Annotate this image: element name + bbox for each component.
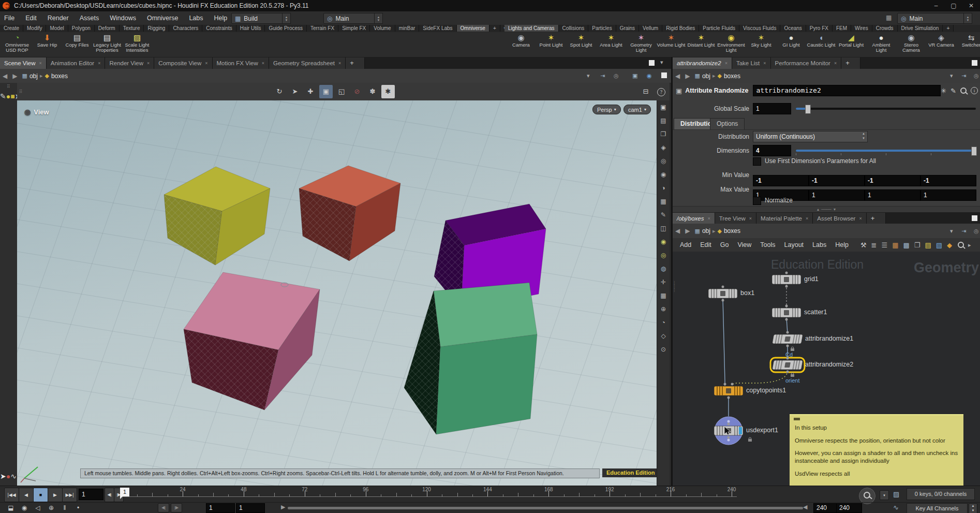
global-scale-slider[interactable] (796, 108, 976, 110)
cursor-tool-icon[interactable]: ➤ (0, 472, 6, 480)
distribution-dropdown[interactable]: Uniform (Continuous) ▲▼ (753, 131, 868, 142)
max-value-field-1[interactable]: 1 (809, 189, 865, 201)
radial-spinner[interactable]: ▲▼ (374, 13, 383, 24)
path-child-chip[interactable]: ◆ boxes (44, 72, 68, 80)
param-path-root-chip[interactable]: ▦ obj (694, 72, 710, 80)
range-step-forward-icon[interactable]: |▶ (171, 503, 182, 512)
brush-icon[interactable]: ✎ (951, 87, 956, 95)
bulb-dark-icon[interactable]: ◎ (657, 154, 670, 168)
tab-add-button[interactable]: + (346, 57, 365, 69)
path-radar-icon[interactable]: ◎ (614, 72, 619, 79)
curve-tool-icon[interactable]: ∿ (10, 472, 17, 480)
shelf-tab-modify[interactable]: Modify (23, 25, 46, 32)
menu-assets[interactable]: Assets (80, 14, 99, 22)
tab-close-icon[interactable]: × (763, 61, 766, 66)
menu-file[interactable]: File (4, 14, 14, 22)
tab-options[interactable]: Options (710, 118, 745, 130)
page-icon[interactable]: ❐ (657, 127, 670, 141)
shelf-tool-portal-light[interactable]: ◢Portal Light (836, 32, 866, 53)
realtime-clock-icon[interactable]: ⊕ (44, 504, 58, 511)
headlight-icon[interactable]: ◍ (657, 262, 670, 275)
dimensions-field[interactable]: 4 (753, 145, 791, 156)
shelf-tab-pyro-fx[interactable]: Pyro FX (806, 25, 833, 32)
tab-close-icon[interactable]: × (806, 216, 808, 221)
shelf-tab-add-button[interactable]: + (489, 25, 500, 32)
desktop-selector-build[interactable]: ▦ Build (231, 13, 286, 24)
menu-edit[interactable]: Edit (25, 14, 37, 22)
pink-cube[interactable] (184, 272, 320, 410)
ref-plane-icon[interactable]: ◇ (657, 329, 670, 343)
shelf-tab-drive-simulation[interactable]: Drive Simulation (898, 25, 943, 32)
subnet-view-icon[interactable]: ❐ (914, 241, 920, 249)
tab-asset-browser[interactable]: Asset Browser× (813, 213, 866, 224)
network-editor[interactable]: Education Edition Geometry ⁞⁞⁞ grid1box1… (673, 252, 980, 486)
wrench-icon[interactable]: ⚒ (860, 241, 867, 249)
node-name-field[interactable]: attribrandomize2 (753, 85, 941, 96)
node-copytopoints1[interactable] (714, 383, 743, 399)
wire-icon[interactable]: ▦ (657, 195, 670, 208)
forward-icon[interactable]: ▶ (12, 72, 17, 80)
toolbar-drag-handle[interactable]: ⠿ (0, 83, 17, 89)
range-left-cap-icon[interactable]: ▶ (281, 504, 285, 510)
global-scale-slider-handle[interactable] (805, 105, 811, 114)
param-path-child-chip[interactable]: ◆ boxes (717, 72, 740, 80)
net-menu-add[interactable]: Add (680, 241, 691, 248)
tab-close-icon[interactable]: × (338, 61, 341, 66)
net-menu-labs[interactable]: Labs (812, 241, 826, 248)
channel-editor-icon[interactable]: ∿ (893, 504, 899, 511)
bulb-cam-icon[interactable]: ◎ (657, 248, 670, 262)
network-layout-icon[interactable] (972, 215, 977, 222)
shelf-tab-vellum[interactable]: Vellum (639, 25, 662, 32)
tree-layout-icon[interactable]: ≣ (871, 241, 877, 249)
scene-viewport[interactable]: ◉ View Persp ▾ cam1 ▾ Left mouse tumbles… (17, 100, 670, 486)
shade-icon[interactable]: ◑ (657, 181, 670, 195)
shelf-tab-rigid-bodies[interactable]: Rigid Bodies (662, 25, 699, 32)
shelf-tab-sidefx-labs[interactable]: SideFX Labs (419, 25, 456, 32)
net-back-icon[interactable]: ◀ (675, 227, 680, 234)
tab-close-icon[interactable]: × (749, 216, 752, 221)
menu-labs[interactable]: Labs (189, 14, 203, 22)
menu-render[interactable]: Render (48, 14, 69, 22)
build-spinner[interactable]: ▲▼ (282, 13, 291, 24)
tab-tree-view[interactable]: Tree View× (715, 213, 756, 224)
shelf-tab-volume[interactable]: Volume (370, 25, 395, 32)
shelf-tool-ambient-light[interactable]: ●Ambient Light (866, 32, 896, 53)
gear-menu-icon[interactable]: ✳ (941, 87, 946, 95)
tab-obj-boxes[interactable]: /obj/boxes× (673, 213, 715, 224)
shelf-tab-polygon[interactable]: Polygon (68, 25, 95, 32)
crosshair-icon[interactable]: ✛ (657, 275, 670, 289)
shelf-tab-particle-fluids[interactable]: Particle Fluids (699, 25, 739, 32)
shelf-tab-lights-and-cameras[interactable]: Lights and Cameras (504, 25, 559, 32)
desktop-spinner[interactable]: ▲▼ (963, 13, 972, 24)
back-icon[interactable]: ◀ (3, 72, 7, 80)
sticky-note[interactable]: In this setupOmniverse respects the posi… (790, 414, 963, 486)
param-search-icon[interactable] (960, 87, 967, 94)
pane-menu-chevron-icon[interactable]: ▾ (660, 59, 663, 66)
path-root-chip[interactable]: ▦ obj (22, 72, 37, 80)
net-path-radar-icon[interactable]: ◎ (974, 228, 979, 234)
shaderball-icon[interactable]: ◉ (647, 72, 652, 79)
menu-omniverse[interactable]: Omniverse (147, 14, 178, 22)
net-menu-help[interactable]: Help (835, 241, 849, 248)
tab-composite-view[interactable]: Composite View× (154, 57, 212, 69)
radial-menu-selector[interactable]: ◎ Main (323, 13, 378, 24)
close-button[interactable]: ✕ (962, 2, 980, 9)
net-menu-edit[interactable]: Edit (700, 241, 711, 248)
shelf-tab-oceans[interactable]: Oceans (780, 25, 806, 32)
shelf-tab-simple-fx[interactable]: Simple FX (338, 25, 370, 32)
shelf-tab-add-button[interactable]: + (943, 25, 954, 32)
param-info-icon[interactable]: i (971, 87, 978, 94)
net-forward-icon[interactable]: ▶ (685, 227, 690, 234)
param-path-pin-icon[interactable]: ⇥ (961, 72, 966, 79)
shelf-tool-copy-files[interactable]: ▤Copy Files (62, 32, 92, 53)
max-value-field-2[interactable]: 1 (865, 189, 920, 201)
key-all-spinner-icon[interactable]: ▲▼ (969, 503, 977, 513)
range-right-cap-icon[interactable]: ◀ (803, 504, 807, 510)
range-start-field[interactable]: 1 (206, 503, 235, 513)
timeline-ruler[interactable]: 24487296120144168192216240 (0, 486, 737, 502)
export-keys-icon[interactable]: ⬓ (4, 504, 18, 511)
tab-close-icon[interactable]: × (147, 61, 150, 66)
tab-add-button[interactable]: + (867, 213, 886, 224)
display-options-icon[interactable]: ▣ (657, 100, 670, 114)
shelf-tool-spot-light[interactable]: ✶Spot Light (566, 32, 596, 53)
